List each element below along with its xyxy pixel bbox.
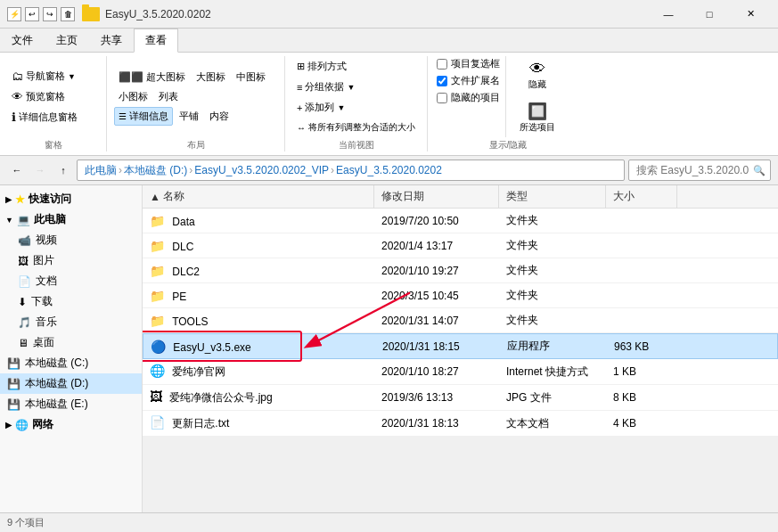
sidebar-item-desktop[interactable]: 🖥 桌面 — [0, 332, 142, 353]
maximize-button[interactable]: □ — [689, 0, 730, 29]
hidden-items-toggle[interactable]: 隐藏的项目 — [435, 90, 502, 105]
up-button[interactable]: ↑ — [53, 160, 73, 180]
file-row[interactable]: 🖼 爱纯净微信公众号.jpg 2019/3/6 13:13 JPG 文件 8 K… — [143, 385, 778, 411]
fit-col-btn[interactable]: ↔ 将所有列调整为合适的大小 — [292, 119, 420, 136]
minimize-button[interactable]: — — [648, 0, 689, 29]
file-name-cell: 📁 DLC — [143, 236, 374, 256]
documents-icon: 📄 — [18, 275, 31, 288]
content-btn[interactable]: 内容 — [205, 107, 233, 126]
item-checkbox-input[interactable] — [437, 59, 447, 70]
tab-home[interactable]: 主页 — [45, 29, 89, 52]
file-row[interactable]: 🔵 EasyU_v3.5.exe 2020/1/31 18:15 应用程序 96… — [143, 333, 778, 359]
sidebar-network[interactable]: ▶ 🌐 网络 — [0, 414, 142, 435]
details-pane-button[interactable]: ℹ 详细信息窗格 — [7, 108, 82, 127]
small-icon-btn[interactable]: 小图标 — [114, 87, 152, 106]
file-name-cell: 🌐 爱纯净官网 — [143, 361, 374, 382]
file-name-text: DLC2 — [172, 266, 200, 278]
file-name-cell: 📁 TOOLS — [143, 311, 374, 331]
hide-btn[interactable]: 👁 隐藏 — [515, 56, 560, 94]
file-row[interactable]: 📁 Data 2019/7/20 10:50 文件夹 — [143, 209, 778, 233]
path-drive-d[interactable]: 本地磁盘 (D:) — [124, 163, 187, 178]
item-checkbox-toggle[interactable]: 项目复选框 — [435, 56, 502, 71]
file-icon: 📁 — [150, 239, 165, 253]
redo-icon[interactable]: ↪ — [43, 7, 57, 21]
sidebar-item-downloads[interactable]: ⬇ 下载 — [0, 291, 142, 312]
file-row[interactable]: 📁 DLC2 2020/1/10 19:27 文件夹 — [143, 258, 778, 283]
file-list: ▲ 名称 修改日期 类型 大小 📁 Data — [143, 185, 778, 437]
file-name-text: 爱纯净官网 — [172, 365, 225, 378]
col-name-header[interactable]: ▲ 名称 — [143, 185, 374, 208]
quick-access-icon[interactable]: ⚡ — [7, 7, 21, 21]
file-row[interactable]: 📁 DLC 2020/1/4 13:17 文件夹 — [143, 233, 778, 258]
path-current-folder[interactable]: EasyU_3.5.2020.0202 — [336, 164, 442, 176]
sidebar-item-pictures[interactable]: 🖼 图片 — [0, 250, 142, 271]
tab-file[interactable]: 文件 — [0, 29, 45, 52]
forward-button[interactable]: → — [30, 160, 50, 180]
file-size-cell: 4 KB — [606, 414, 677, 432]
sidebar-item-music[interactable]: 🎵 音乐 — [0, 312, 142, 332]
tile-btn[interactable]: 平铺 — [175, 107, 203, 126]
sidebar-quickaccess[interactable]: ▶ ★ 快速访问 — [0, 189, 142, 209]
back-button[interactable]: ← — [7, 160, 27, 180]
nav-pane-button[interactable]: 🗂 导航窗格 ▼ — [7, 67, 80, 86]
search-input[interactable] — [628, 160, 771, 181]
sidebar-item-drive-e[interactable]: 💾 本地磁盘 (E:) — [0, 394, 142, 414]
file-size-cell — [606, 318, 677, 323]
details-btn[interactable]: ☰ 详细信息 — [114, 107, 173, 126]
list-btn[interactable]: 列表 — [154, 87, 183, 106]
ribbon-group-pane-content: 🗂 导航窗格 ▼ 👁 预览窗格 ℹ 详细信息窗格 — [7, 56, 99, 137]
extra-large-icon-btn[interactable]: ⬛⬛ 超大图标 — [114, 68, 190, 86]
file-date-cell: 2020/1/10 18:27 — [374, 363, 499, 381]
file-row[interactable]: 📄 更新日志.txt 2020/1/31 18:13 文本文档 4 KB — [143, 411, 778, 437]
sidebar-item-documents[interactable]: 📄 文档 — [0, 271, 142, 291]
path-this-pc[interactable]: 此电脑 — [85, 163, 117, 178]
close-button[interactable]: ✕ — [730, 0, 771, 29]
delete-icon[interactable]: 🗑 — [61, 7, 75, 21]
file-size-cell — [606, 268, 677, 274]
selected-items-btn[interactable]: 🔲 所选项目 — [513, 98, 561, 137]
file-name-text: 爱纯净微信公众号.jpg — [169, 391, 272, 404]
sidebar-thispc[interactable]: ▼ 💻 此电脑 — [0, 209, 142, 230]
large-icon-btn[interactable]: 大图标 — [192, 68, 230, 86]
file-row[interactable]: 📁 PE 2020/3/15 10:45 文件夹 — [143, 283, 778, 308]
extra-large-icon: ⬛⬛ — [119, 71, 143, 83]
add-col-btn[interactable]: + 添加列 ▼ — [292, 98, 349, 117]
medium-icon-btn[interactable]: 中图标 — [232, 68, 270, 86]
file-type-cell: 应用程序 — [500, 336, 607, 356]
path-vip-folder[interactable]: EasyU_v3.5.2020.0202_VIP — [194, 164, 329, 176]
file-ext-input[interactable] — [437, 76, 447, 86]
sidebar-item-video[interactable]: 📹 视频 — [0, 230, 142, 250]
ribbon-panel: 🗂 导航窗格 ▼ 👁 预览窗格 ℹ 详细信息窗格 窗格 — [0, 53, 778, 156]
drive-d-icon: 💾 — [7, 378, 20, 390]
file-icon: 📁 — [150, 289, 165, 303]
file-date-cell: 2019/3/6 13:13 — [374, 389, 499, 406]
file-ext-toggle[interactable]: 文件扩展名 — [435, 73, 502, 88]
undo-icon[interactable]: ↩ — [25, 7, 39, 21]
file-row[interactable]: 📁 TOOLS 2020/1/31 14:07 文件夹 — [143, 308, 778, 333]
tab-view[interactable]: 查看 — [134, 29, 178, 53]
file-type-cell: 文件夹 — [499, 260, 606, 281]
file-type-cell: 文件夹 — [499, 310, 606, 331]
ribbon-group-view-label: 当前视图 — [339, 137, 374, 151]
address-path[interactable]: 此电脑 › 本地磁盘 (D:) › EasyU_v3.5.2020.0202_V… — [77, 160, 625, 181]
col-date-header[interactable]: 修改日期 — [374, 185, 499, 208]
group-btn[interactable]: ≡ 分组依据 ▼ — [292, 78, 359, 96]
file-date-cell: 2020/3/15 10:45 — [374, 287, 499, 305]
drive-e-icon: 💾 — [7, 398, 20, 411]
network-icon: 🌐 — [15, 419, 29, 431]
hidden-items-input[interactable] — [437, 93, 447, 103]
file-size-cell: 1 KB — [606, 363, 677, 381]
ribbon-group-pane-label: 窗格 — [45, 137, 62, 151]
sort-btn[interactable]: ⊞ 排列方式 — [292, 57, 351, 76]
window-title: EasyU_3.5.2020.0202 — [105, 8, 211, 20]
file-row[interactable]: 🌐 爱纯净官网 2020/1/10 18:27 Internet 快捷方式 1 … — [143, 359, 778, 385]
sidebar-item-drive-c[interactable]: 💾 本地磁盘 (C:) — [0, 353, 142, 373]
preview-pane-button[interactable]: 👁 预览窗格 — [7, 87, 70, 106]
tab-share[interactable]: 共享 — [89, 29, 134, 52]
file-name-cell: 📁 PE — [143, 286, 374, 306]
col-size-header[interactable]: 大小 — [606, 185, 677, 208]
file-type-cell: 文本文档 — [499, 413, 606, 434]
file-area: ▲ 名称 修改日期 类型 大小 📁 Data — [143, 185, 778, 512]
sidebar-item-drive-d[interactable]: 💾 本地磁盘 (D:) — [0, 373, 142, 394]
col-type-header[interactable]: 类型 — [499, 185, 606, 208]
